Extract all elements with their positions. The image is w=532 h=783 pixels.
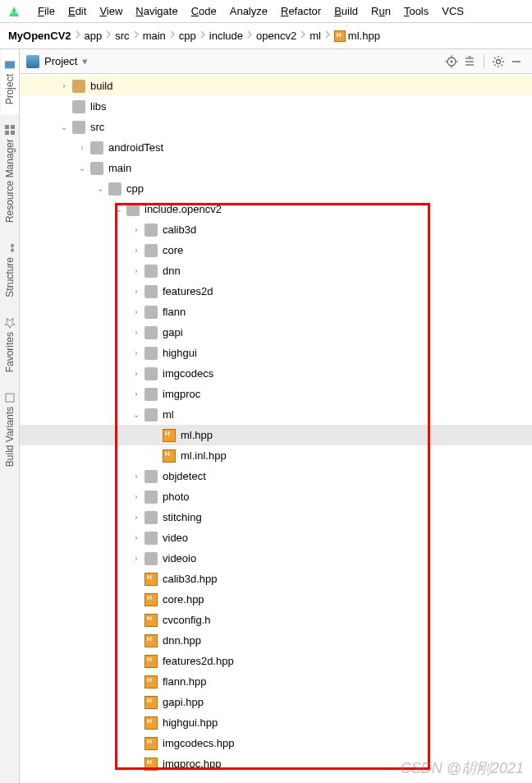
tree-row[interactable]: core.hpp	[20, 589, 532, 610]
chevron-right-icon[interactable]: ›	[128, 246, 144, 255]
chevron-right-icon[interactable]: ›	[128, 554, 144, 563]
tree-label: features2d	[163, 285, 213, 297]
tree-row[interactable]: ›imgproc	[20, 384, 532, 404]
tree-label: ml.inl.hpp	[181, 449, 227, 462]
sidetab-resource-manager[interactable]: Resource Manager	[1, 114, 19, 233]
chevron-right-icon[interactable]: ›	[128, 492, 144, 501]
tree-row[interactable]: ⌄src	[20, 117, 532, 137]
header-file-icon	[144, 758, 158, 771]
tree-row[interactable]: ›stitching	[20, 507, 532, 527]
main-area: ProjectResource ManagerStructureFavorite…	[0, 49, 532, 783]
tree-row[interactable]: ›androidTest	[20, 137, 532, 158]
chevron-right-icon[interactable]: ›	[128, 389, 144, 398]
tree-row[interactable]: dnn.hpp	[20, 630, 532, 651]
tree-row[interactable]: ⌄main	[20, 158, 532, 178]
tree-row[interactable]: ml.inl.hpp	[20, 445, 532, 466]
folder-icon	[144, 367, 158, 380]
project-tree[interactable]: ›buildlibs⌄src›androidTest⌄main⌄cpp⌄incl…	[20, 74, 532, 783]
tree-label: highgui.hpp	[163, 716, 218, 729]
folder-icon	[72, 100, 85, 113]
minimize-icon[interactable]	[507, 53, 525, 71]
chevron-right-icon[interactable]: ›	[128, 266, 144, 275]
tree-row[interactable]: ›features2d	[20, 281, 532, 302]
menu-view[interactable]: View	[93, 5, 129, 17]
tree-row[interactable]: ›dnn	[20, 260, 532, 281]
tree-row[interactable]: imgcodecs.hpp	[20, 733, 532, 753]
chevron-right-icon[interactable]: ›	[128, 328, 144, 337]
chevron-right-icon[interactable]: ›	[56, 81, 72, 90]
menu-edit[interactable]: Edit	[62, 5, 93, 17]
tree-row[interactable]: ›calib3d	[20, 219, 532, 240]
tree-row[interactable]: ml.hpp	[20, 425, 532, 445]
menu-analyze[interactable]: Analyze	[223, 5, 274, 17]
tree-row[interactable]: ›photo	[20, 486, 532, 507]
tree-row[interactable]: ⌄include.opencv2	[20, 199, 532, 219]
breadcrumb-item[interactable]: include	[208, 30, 245, 42]
tree-row[interactable]: ›build	[20, 76, 532, 96]
app-logo-icon	[7, 4, 21, 19]
tree-row[interactable]: ›videoio	[20, 548, 532, 569]
chevron-down-icon[interactable]: ⌄	[56, 122, 72, 131]
tree-label: objdetect	[163, 470, 206, 482]
tree-row[interactable]: flann.hpp	[20, 671, 532, 692]
tree-row[interactable]: ⌄ml	[20, 404, 532, 425]
sidetab-label: Structure	[4, 257, 16, 297]
dropdown-icon[interactable]: ▾	[82, 55, 88, 67]
tree-row[interactable]: features2d.hpp	[20, 651, 532, 671]
breadcrumb-item[interactable]: main	[141, 30, 167, 42]
breadcrumb-item[interactable]: opencv2	[255, 30, 298, 42]
chevron-right-icon[interactable]: ›	[128, 225, 144, 234]
sidetab-label: Favorites	[4, 332, 16, 372]
chevron-down-icon[interactable]: ⌄	[92, 184, 108, 193]
sidetab-build-variants[interactable]: Build Variants	[1, 382, 19, 477]
chevron-down-icon[interactable]: ⌄	[128, 410, 144, 419]
tree-label: core.hpp	[163, 593, 204, 606]
chevron-right-icon[interactable]: ›	[74, 143, 90, 152]
chevron-right-icon[interactable]: ›	[128, 287, 144, 296]
tree-row[interactable]: highgui.hpp	[20, 712, 532, 733]
tree-row[interactable]: imgproc.hpp	[20, 753, 532, 774]
menu-run[interactable]: Run	[365, 5, 397, 17]
chevron-right-icon[interactable]: ›	[128, 513, 144, 522]
panel-header: Project ▾	[20, 49, 532, 74]
gear-icon[interactable]	[489, 53, 507, 71]
breadcrumb-item[interactable]: src	[113, 30, 131, 42]
breadcrumb-item[interactable]: MyOpenCV2	[7, 30, 73, 42]
tree-row[interactable]: ›flann	[20, 302, 532, 322]
menu-tools[interactable]: Tools	[397, 5, 435, 17]
menu-code[interactable]: Code	[185, 5, 223, 17]
target-icon[interactable]	[443, 53, 461, 71]
menu-refactor[interactable]: Refactor	[274, 5, 328, 17]
tree-row[interactable]: calib3d.hpp	[20, 569, 532, 589]
sidetab-favorites[interactable]: Favorites	[1, 307, 19, 382]
tree-row[interactable]: libs	[20, 96, 532, 117]
tree-row[interactable]: cvconfig.h	[20, 610, 532, 630]
chevron-right-icon[interactable]: ›	[128, 369, 144, 378]
tree-row[interactable]: ›video	[20, 527, 532, 548]
breadcrumb-item[interactable]: cpp	[177, 30, 198, 42]
menu-build[interactable]: Build	[328, 5, 365, 17]
tree-row[interactable]: ›core	[20, 240, 532, 260]
menu-file[interactable]: File	[31, 5, 62, 17]
tree-label: calib3d.hpp	[163, 573, 218, 585]
sidetab-structure[interactable]: Structure	[1, 233, 19, 307]
expand-icon[interactable]	[461, 53, 479, 71]
tree-row[interactable]: ⌄cpp	[20, 178, 532, 199]
tree-row[interactable]: ›highgui	[20, 343, 532, 363]
chevron-right-icon[interactable]: ›	[128, 472, 144, 481]
sidetab-project[interactable]: Project	[1, 49, 19, 114]
chevron-down-icon[interactable]: ⌄	[74, 164, 90, 173]
menu-navigate[interactable]: Navigate	[129, 5, 184, 17]
menu-vcs[interactable]: VCS	[435, 5, 470, 17]
chevron-right-icon[interactable]: ›	[128, 533, 144, 542]
breadcrumb-item[interactable]: app	[83, 30, 104, 42]
chevron-right-icon[interactable]: ›	[128, 307, 144, 316]
chevron-right-icon[interactable]: ›	[128, 348, 144, 357]
tree-row[interactable]: ›imgcodecs	[20, 363, 532, 384]
tree-row[interactable]: ›objdetect	[20, 466, 532, 486]
breadcrumb-item[interactable]: ml	[308, 30, 323, 42]
tree-row[interactable]: ›gapi	[20, 322, 532, 343]
breadcrumb-item[interactable]: ml.hpp	[332, 30, 382, 43]
chevron-down-icon[interactable]: ⌄	[110, 205, 126, 214]
tree-row[interactable]: gapi.hpp	[20, 692, 532, 712]
